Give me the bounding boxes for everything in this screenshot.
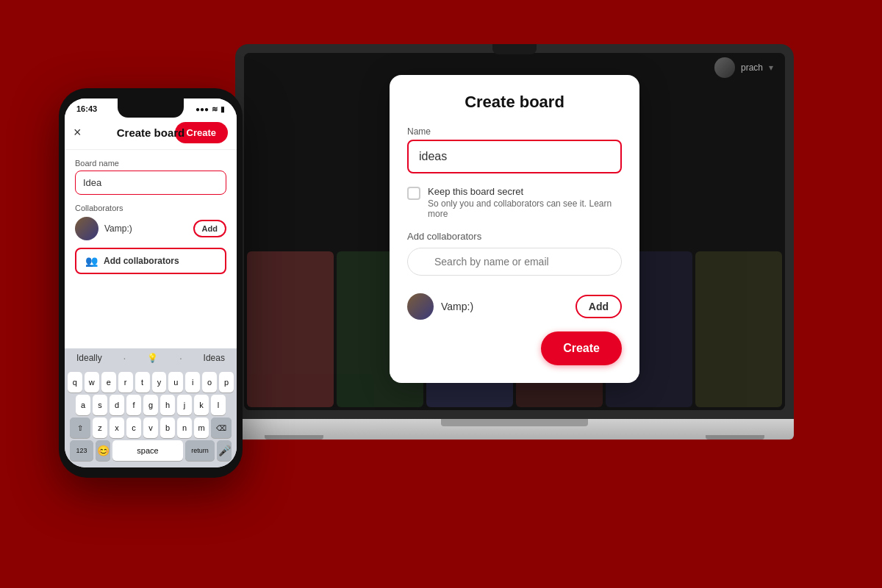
battery-icon: ▮ — [220, 105, 225, 113]
laptop-foot-right — [706, 435, 764, 440]
phone-nav-bar: × Create board Create — [65, 116, 237, 150]
keyboard-suggestions: Ideally · 💡 · Ideas — [65, 348, 237, 368]
phone-time: 16:43 — [76, 104, 97, 113]
laptop-base — [235, 419, 794, 440]
suggestion-1[interactable]: Ideally — [71, 351, 108, 365]
suggestion-2[interactable]: Ideas — [198, 351, 231, 365]
key-space[interactable]: space — [112, 440, 183, 461]
key-z[interactable]: z — [93, 417, 107, 438]
key-r[interactable]: r — [118, 372, 133, 392]
key-i[interactable]: i — [185, 372, 200, 392]
phone-add-collaborator-button[interactable]: Add — [193, 220, 226, 237]
phone-close-button[interactable]: × — [74, 125, 82, 140]
phone-board-name-label: Board name — [75, 159, 226, 168]
create-board-button[interactable]: Create — [541, 331, 622, 365]
add-collaborator-button[interactable]: Add — [576, 295, 622, 318]
create-board-modal: Create board Name Keep this board secret… — [390, 75, 639, 383]
phone-body: 16:43 ●●● ≋ ▮ × Create board Create Boar… — [59, 88, 243, 478]
phone-collaborator-avatar — [75, 217, 98, 240]
key-123[interactable]: 123 — [70, 440, 93, 461]
key-d[interactable]: d — [110, 395, 124, 415]
keyboard: q w e r t y u i o p a s d f g h — [65, 368, 237, 467]
key-o[interactable]: o — [202, 372, 217, 392]
key-j[interactable]: j — [177, 395, 192, 415]
collaborator-avatar — [407, 293, 434, 320]
secret-checkbox[interactable] — [407, 187, 420, 200]
key-shift[interactable]: ⇧ — [70, 417, 90, 438]
add-collaborators-label: Add collaborators — [407, 231, 622, 242]
laptop-hinge — [441, 419, 588, 426]
key-n[interactable]: n — [177, 417, 192, 438]
phone-collaborators-label: Collaborators — [75, 204, 226, 212]
phone-add-collaborators-big-button[interactable]: 👥 Add collaborators — [75, 248, 226, 274]
add-person-icon: 👥 — [85, 255, 98, 267]
key-x[interactable]: x — [110, 417, 124, 438]
key-backspace[interactable]: ⌫ — [211, 417, 232, 438]
key-f[interactable]: f — [126, 395, 141, 415]
key-mic[interactable]: 🎤 — [217, 440, 232, 461]
phone-collaborator-row: Vamp:) Add — [75, 217, 226, 240]
key-q[interactable]: q — [68, 372, 82, 392]
key-v[interactable]: v — [143, 417, 158, 438]
key-e[interactable]: e — [101, 372, 116, 392]
suggestion-dot-2: · — [179, 352, 182, 364]
phone-board-name-input[interactable] — [75, 171, 226, 195]
laptop: prach ▾ Create board Name Keep this boar… — [235, 44, 794, 522]
key-w[interactable]: w — [85, 372, 99, 392]
suggestion-emoji: 💡 — [141, 351, 164, 365]
phone-status-icons: ●●● ≋ ▮ — [196, 105, 225, 113]
modal-overlay: Create board Name Keep this board secret… — [244, 53, 785, 410]
key-u[interactable]: u — [168, 372, 183, 392]
key-k[interactable]: k — [194, 395, 209, 415]
key-t[interactable]: t — [135, 372, 150, 392]
keyboard-row-1: q w e r t y u i o p — [68, 372, 234, 392]
phone-add-collaborators-label: Add collaborators — [104, 256, 179, 266]
key-emoji[interactable]: 😊 — [96, 440, 110, 461]
key-b[interactable]: b — [160, 417, 175, 438]
laptop-notch — [492, 44, 537, 54]
key-p[interactable]: p — [219, 372, 234, 392]
phone-notch — [118, 98, 184, 118]
key-return[interactable]: return — [185, 440, 215, 461]
key-m[interactable]: m — [194, 417, 209, 438]
signal-icon: ●●● — [196, 105, 209, 113]
collaborator-row: Vamp:) Add — [407, 293, 622, 320]
collaborator-name: Vamp:) — [441, 301, 568, 312]
key-l[interactable]: l — [211, 395, 226, 415]
laptop-screen: prach ▾ Create board Name Keep this boar… — [235, 44, 794, 419]
keyboard-row-2: a s d f g h j k l — [68, 395, 234, 415]
key-g[interactable]: g — [143, 395, 158, 415]
suggestion-dot: · — [123, 352, 126, 364]
wifi-icon: ≋ — [212, 105, 218, 113]
secret-label: Keep this board secret — [428, 185, 622, 198]
key-s[interactable]: s — [93, 395, 107, 415]
laptop-foot-left — [265, 435, 323, 440]
secret-sublabel: So only you and collaborators can see it… — [428, 198, 622, 219]
secret-text-container: Keep this board secret So only you and c… — [428, 185, 622, 219]
key-y[interactable]: y — [152, 372, 167, 392]
phone-screen: 16:43 ●●● ≋ ▮ × Create board Create Boar… — [65, 98, 237, 467]
key-h[interactable]: h — [160, 395, 175, 415]
search-wrapper: 🔍 — [407, 248, 622, 284]
modal-title: Create board — [407, 93, 622, 112]
keyboard-row-3: ⇧ z x c v b n m ⌫ — [68, 417, 234, 438]
phone-collaborator-name: Vamp:) — [104, 223, 187, 234]
name-field-label: Name — [407, 126, 622, 137]
keyboard-row-4: 123 😊 space return 🎤 — [68, 440, 234, 461]
phone-content: Board name Collaborators Vamp:) Add 👥 Ad… — [65, 150, 237, 348]
phone-collaborators-section: Collaborators Vamp:) Add — [75, 204, 226, 240]
laptop-screen-inner: prach ▾ Create board Name Keep this boar… — [244, 53, 785, 410]
key-c[interactable]: c — [126, 417, 141, 438]
phone-modal-title: Create board — [117, 126, 185, 139]
secret-row: Keep this board secret So only you and c… — [407, 185, 622, 219]
name-input[interactable] — [407, 140, 622, 173]
collaborator-search-input[interactable] — [407, 248, 622, 276]
phone: 16:43 ●●● ≋ ▮ × Create board Create Boar… — [59, 88, 243, 478]
key-a[interactable]: a — [76, 395, 90, 415]
